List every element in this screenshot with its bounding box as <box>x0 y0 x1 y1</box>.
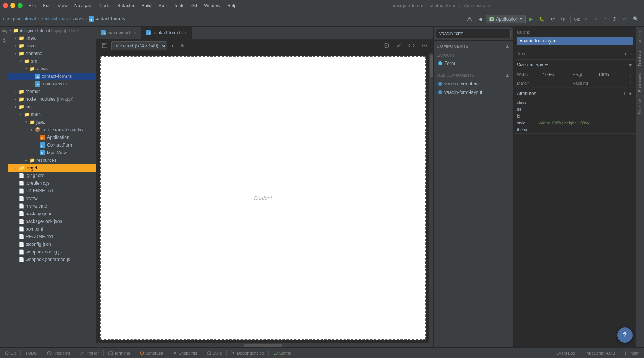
bookmarks-panel-btn[interactable]: Bookmarks <box>637 70 643 95</box>
parts-collapse-btn[interactable]: ▲ <box>505 72 510 78</box>
filetree-contact-form[interactable]: TS contact-form.ts <box>8 73 96 80</box>
settings-btn[interactable]: ⚙ <box>558 15 567 23</box>
scrollbar-thumb-v[interactable] <box>430 55 433 77</box>
toggle-design-btn[interactable] <box>99 41 110 50</box>
maven-panel-btn[interactable]: Maven <box>637 28 643 46</box>
text-section-header[interactable]: Text + › <box>514 48 636 59</box>
run-btn[interactable]: ▶ <box>527 15 535 23</box>
project-icon[interactable] <box>0 28 8 36</box>
size-section-header[interactable]: Size and space ▾ <box>514 60 636 70</box>
back-btn[interactable]: ◀ <box>476 15 484 23</box>
outline-selected-item[interactable]: vaadin-form-layout <box>517 37 633 45</box>
tab-contact-form[interactable]: TS contact-form.ts × <box>141 27 192 39</box>
filetree-views[interactable]: ▾ 📁 views <box>8 65 96 73</box>
filetree-java[interactable]: ▾ 📁 java <box>8 118 96 126</box>
menu-help[interactable]: Help <box>224 2 240 9</box>
statusbar-build[interactable]: Build <box>205 350 223 356</box>
text-expand-btn[interactable]: › <box>629 51 633 57</box>
breadcrumb-frontend[interactable]: frontend <box>40 16 57 21</box>
statusbar-endpoints[interactable]: Endpoints <box>171 350 199 356</box>
statusbar-todo[interactable]: TODO <box>24 350 39 356</box>
attributes-section-header[interactable]: Attributes + ▾ <box>514 88 636 99</box>
components-collapse-btn[interactable]: ▲ <box>505 43 510 49</box>
form-layout-item[interactable]: Form <box>434 59 513 68</box>
viewport-expand-btn[interactable]: ▾ <box>169 42 176 50</box>
tab-close-main-view[interactable]: × <box>134 31 136 35</box>
tab-close-contact-form[interactable]: × <box>184 31 187 35</box>
menu-code[interactable]: Code <box>96 2 113 9</box>
text-add-btn[interactable]: + <box>623 51 628 57</box>
menu-tools[interactable]: Tools <box>171 2 187 9</box>
viewport-selector[interactable]: Viewport (574 × 549) <box>111 41 167 50</box>
vaadin-form-layout-component[interactable]: vaadin-form-layout <box>434 88 513 97</box>
statusbar-dependencies[interactable]: Dependencies <box>230 350 265 356</box>
filetree-resources[interactable]: ▸ 📁 resources <box>8 156 96 164</box>
menu-refactor[interactable]: Refactor <box>114 2 137 9</box>
account-btn[interactable] <box>465 15 475 23</box>
comment-btn[interactable] <box>381 41 392 51</box>
filetree-src-frontend[interactable]: ▾ 📁 src <box>8 57 96 65</box>
filetree-idea[interactable]: ▸ 📁 .idea <box>8 34 96 42</box>
git-pull-btn[interactable]: ↑ <box>602 15 608 23</box>
filetree-package-json[interactable]: 📄 package.json <box>8 210 96 218</box>
code-view-btn[interactable] <box>406 41 417 50</box>
filetree-gitignore[interactable]: 📄 .gitignore <box>8 172 96 179</box>
filetree-application[interactable]: C Application <box>8 134 96 141</box>
filetree-main[interactable]: ▾ 📁 main <box>8 111 96 118</box>
edit-btn[interactable] <box>394 41 404 50</box>
maximize-btn[interactable] <box>18 3 23 8</box>
component-search-input[interactable] <box>436 29 511 38</box>
filetree-package[interactable]: ▾ 📦 com.example.applica <box>8 126 96 134</box>
filetree-webpack-config[interactable]: 📄 webpack.config.js <box>8 248 96 256</box>
breadcrumb-views[interactable]: views <box>73 16 84 21</box>
filetree-target[interactable]: ▸ 📁 target <box>8 164 96 172</box>
filetree-mvnw-cmd[interactable]: 📄 mvnw.cmd <box>8 202 96 210</box>
margin-more-btn[interactable]: ⋮ <box>628 81 633 86</box>
filetree-main-view[interactable]: TS main-view.ts <box>8 80 96 88</box>
scrollbar-horizontal[interactable] <box>96 343 429 347</box>
menu-run[interactable]: Run <box>155 2 170 9</box>
statusbar-spring[interactable]: Spring <box>272 350 293 356</box>
filetree-node-modules[interactable]: ▸ 📁 node_modules [myapp] <box>8 95 96 103</box>
statusbar-branch[interactable]: main <box>623 350 641 356</box>
filetree-license[interactable]: 📄 LICENSE.md <box>8 187 96 195</box>
git-push-btn[interactable]: ✓ <box>592 15 600 23</box>
filetree-frontend[interactable]: ▾ 📁 frontend <box>8 50 96 57</box>
menu-build[interactable]: Build <box>138 2 155 9</box>
attributes-add-btn[interactable]: + <box>622 90 627 97</box>
git-history-btn[interactable]: ⏱ <box>610 15 619 23</box>
scrollbar-vertical[interactable] <box>429 53 433 347</box>
menu-git[interactable]: Git <box>188 2 200 9</box>
app-configuration-dropdown[interactable]: Application ▾ <box>486 15 526 23</box>
database-panel-btn[interactable]: Database <box>637 47 643 69</box>
statusbar-profiler[interactable]: Profiler <box>78 350 100 356</box>
statusbar-typescript[interactable]: TypeScript 4.0.3 <box>583 350 617 356</box>
menu-navigate[interactable]: Navigate <box>71 2 95 9</box>
reload-btn[interactable]: ⟳ <box>549 15 557 23</box>
preview-btn[interactable] <box>419 41 430 50</box>
debug-btn[interactable]: 🐛 <box>537 15 547 23</box>
breadcrumb-file[interactable]: tscontact-form.ts <box>89 16 125 22</box>
commit-icon[interactable] <box>0 37 8 44</box>
close-btn[interactable] <box>3 3 8 8</box>
filetree-readme[interactable]: 📄 README.md <box>8 233 96 240</box>
attr-style-value[interactable]: width: 100%; height: 100%; <box>539 121 633 125</box>
filetree-src-root[interactable]: ▾ 📁 src <box>8 103 96 111</box>
tab-main-view[interactable]: TS main-view.ts × <box>96 27 141 39</box>
search-btn[interactable]: 🔍 <box>631 15 641 23</box>
filetree-project-root[interactable]: ▾ 📁 designer-tutorial [myapp] C:\dev\... <box>8 27 96 34</box>
statusbar-problems[interactable]: Problems <box>45 350 72 356</box>
structure-panel-btn[interactable]: Structure <box>637 96 643 118</box>
breadcrumb-project[interactable]: designer-tutorial <box>3 16 36 21</box>
vaadin-form-item-component[interactable]: vaadin-form-item <box>434 80 513 88</box>
filetree-mainview[interactable]: C MainView <box>8 149 96 156</box>
scrollbar-thumb-h[interactable] <box>244 344 282 347</box>
size-collapse-btn[interactable]: ▾ <box>628 62 633 68</box>
filetree-package-lock[interactable]: 📄 package-lock.json <box>8 218 96 225</box>
help-button[interactable]: ? <box>617 327 633 343</box>
menu-view[interactable]: View <box>55 2 71 9</box>
width-more-btn[interactable]: ⋮ <box>628 72 633 77</box>
menu-file[interactable]: File <box>26 2 39 9</box>
filetree-webpack-generated[interactable]: 📄 webpack.generated.js <box>8 256 96 263</box>
filetree-mvnw[interactable]: 📄 mvnw <box>8 195 96 202</box>
